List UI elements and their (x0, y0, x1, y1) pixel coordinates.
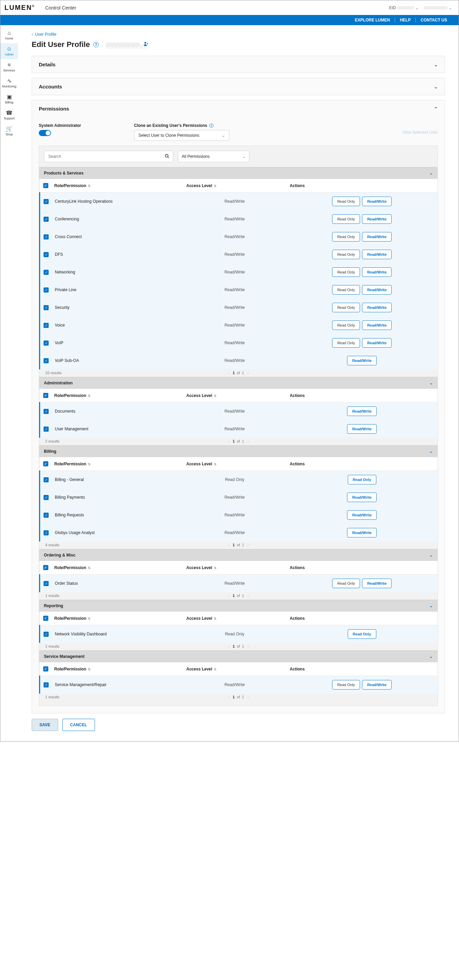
pager-next[interactable]: › (247, 439, 249, 443)
checkbox-all[interactable]: ✓ (43, 667, 48, 671)
row-checkbox[interactable]: ✓ (43, 477, 49, 482)
eid-display[interactable]: EID xxxxxx⌄ (389, 5, 419, 10)
read-only-button[interactable]: Read Only (348, 475, 376, 484)
clone-user-select[interactable]: Select User to Clone Permissions ⌄ (134, 130, 230, 141)
read-only-button[interactable]: Read Only (332, 214, 360, 224)
row-checkbox[interactable]: ✓ (43, 358, 49, 363)
row-checkbox[interactable]: ✓ (43, 530, 49, 535)
pager-prev[interactable]: ‹ (228, 439, 230, 443)
read-write-button[interactable]: Read/Write (362, 680, 392, 689)
col-access[interactable]: Access Level⇅ (183, 612, 287, 625)
pager-prev[interactable]: ‹ (228, 644, 230, 648)
row-checkbox[interactable]: ✓ (43, 426, 49, 432)
user-menu[interactable]: xxxxxxxx⌄ (424, 5, 452, 10)
explore-link[interactable]: EXPLORE LUMEN (350, 18, 395, 22)
read-write-button[interactable]: Read/Write (347, 493, 377, 502)
section-header[interactable]: Billing⌄ (39, 445, 438, 457)
read-only-button[interactable]: Read Only (332, 197, 360, 206)
row-checkbox[interactable]: ✓ (43, 323, 49, 328)
col-role[interactable]: Role/Permission⇅ (54, 667, 91, 671)
checkbox-all[interactable]: ✓ (43, 565, 48, 570)
col-access[interactable]: Access Level⇅ (183, 457, 287, 471)
row-checkbox[interactable]: ✓ (43, 581, 49, 586)
breadcrumb[interactable]: ‹ User Profile (32, 32, 445, 37)
read-write-button[interactable]: Read/Write (362, 579, 392, 588)
read-only-button[interactable]: Read Only (332, 320, 360, 330)
read-only-button[interactable]: Read Only (332, 579, 360, 588)
save-button[interactable]: SAVE (32, 719, 58, 731)
row-checkbox[interactable]: ✓ (43, 199, 49, 204)
help-icon[interactable]: ? (93, 42, 99, 47)
read-only-button[interactable]: Read Only (332, 303, 360, 312)
row-checkbox[interactable]: ✓ (43, 217, 49, 222)
permission-filter-dropdown[interactable]: All Permissions ⌄ (178, 151, 249, 162)
row-checkbox[interactable]: ✓ (43, 632, 49, 637)
section-header[interactable]: Administration⌄ (39, 377, 438, 389)
nav-support[interactable]: ☎Support (0, 107, 18, 123)
read-write-button[interactable]: Read/Write (362, 267, 392, 277)
read-write-button[interactable]: Read/Write (347, 528, 377, 538)
read-only-button[interactable]: Read Only (332, 680, 360, 689)
pager-next[interactable]: › (247, 543, 249, 547)
row-checkbox[interactable]: ✓ (43, 234, 49, 239)
sysadmin-toggle[interactable] (39, 130, 51, 136)
row-checkbox[interactable]: ✓ (43, 270, 49, 275)
pager-next[interactable]: › (247, 371, 249, 375)
read-write-button[interactable]: Read/Write (362, 303, 392, 312)
col-access[interactable]: Access Level⇅ (183, 179, 287, 192)
section-header[interactable]: Service Management⌄ (39, 651, 438, 662)
pager-prev[interactable]: ‹ (228, 543, 230, 547)
accounts-header[interactable]: Accounts ⌄ (32, 78, 445, 95)
pager-next[interactable]: › (247, 695, 249, 699)
read-write-button[interactable]: Read/Write (362, 232, 392, 242)
checkbox-all[interactable]: ✓ (43, 183, 48, 188)
col-role[interactable]: Role/Permission⇅ (54, 565, 91, 570)
info-icon[interactable]: i (209, 124, 214, 127)
details-header[interactable]: Details ⌄ (32, 56, 445, 73)
contact-link[interactable]: CONTACT US (416, 18, 452, 22)
row-checkbox[interactable]: ✓ (43, 288, 49, 293)
col-access[interactable]: Access Level⇅ (183, 389, 287, 402)
row-checkbox[interactable]: ✓ (43, 495, 49, 500)
pager-next[interactable]: › (247, 593, 249, 598)
read-write-button[interactable]: Read/Write (362, 250, 392, 259)
help-link[interactable]: HELP (395, 18, 416, 22)
read-write-button[interactable]: Read/Write (347, 406, 377, 416)
read-only-button[interactable]: Read Only (332, 250, 360, 259)
read-only-button[interactable]: Read Only (332, 338, 360, 348)
nav-shop[interactable]: 🛒Shop (0, 123, 18, 139)
col-access[interactable]: Access Level⇅ (183, 561, 287, 574)
row-checkbox[interactable]: ✓ (43, 340, 49, 345)
read-write-button[interactable]: Read/Write (362, 320, 392, 330)
col-role[interactable]: Role/Permission⇅ (54, 461, 91, 466)
read-write-button[interactable]: Read/Write (362, 338, 392, 348)
read-write-button[interactable]: Read/Write (362, 197, 392, 206)
col-role[interactable]: Role/Permission⇅ (54, 616, 91, 621)
read-write-button[interactable]: Read/Write (347, 424, 377, 434)
checkbox-all[interactable]: ✓ (43, 393, 48, 398)
search-input[interactable] (48, 154, 165, 159)
nav-admin[interactable]: ☺Admin (0, 43, 18, 59)
nav-services[interactable]: ≡Services (0, 59, 18, 75)
nav-billing[interactable]: ▣Billing (0, 91, 18, 107)
pager-next[interactable]: › (247, 644, 249, 648)
read-only-button[interactable]: Read Only (332, 285, 360, 294)
row-checkbox[interactable]: ✓ (43, 512, 49, 518)
row-checkbox[interactable]: ✓ (43, 409, 49, 414)
checkbox-all[interactable]: ✓ (43, 461, 48, 466)
permissions-header[interactable]: Permissions ⌃ (32, 100, 445, 117)
nav-home[interactable]: ⌂Home (0, 27, 18, 43)
read-only-button[interactable]: Read Only (332, 232, 360, 242)
section-header[interactable]: Ordering & Misc⌄ (39, 549, 438, 561)
section-header[interactable]: Products & Services⌄ (39, 167, 438, 179)
read-write-button[interactable]: Read/Write (362, 285, 392, 294)
nav-monitoring[interactable]: ∿Monitoring (0, 75, 18, 91)
search-icon[interactable] (165, 154, 169, 159)
row-checkbox[interactable]: ✓ (43, 305, 49, 310)
row-checkbox[interactable]: ✓ (43, 682, 49, 687)
read-write-button[interactable]: Read/Write (347, 356, 377, 365)
row-checkbox[interactable]: ✓ (43, 252, 49, 257)
cancel-button[interactable]: CANCEL (62, 719, 95, 731)
read-write-button[interactable]: Read/Write (362, 214, 392, 224)
pager-prev[interactable]: ‹ (228, 695, 230, 699)
